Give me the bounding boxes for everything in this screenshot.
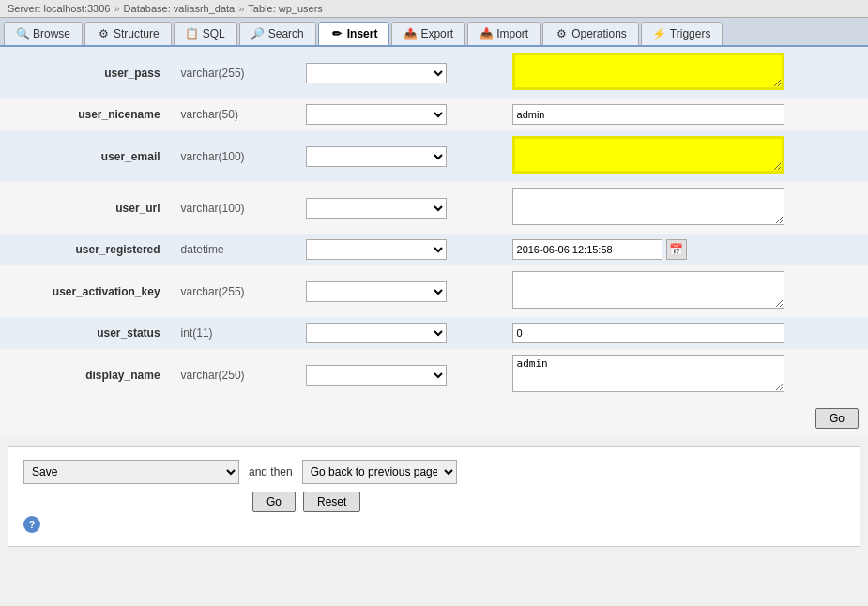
tab-structure[interactable]: ⚙Structure: [84, 22, 172, 45]
title-database: Database: valiasrh_data: [124, 3, 236, 14]
field-value-user_url: [503, 182, 868, 234]
field-value-user_registered: 📅: [503, 234, 868, 265]
calendar-button-user_registered[interactable]: 📅: [666, 239, 687, 260]
field-null-user_pass: [297, 47, 502, 98]
null-select-user_status[interactable]: [306, 323, 447, 343]
sql-tab-icon: 📋: [186, 27, 199, 40]
tab-export[interactable]: 📤Export: [391, 22, 465, 45]
help-icon[interactable]: ?: [23, 516, 40, 533]
export-tab-label: Export: [420, 27, 453, 40]
title-arrow1: »: [114, 3, 119, 14]
field-null-user_nicename: [297, 98, 502, 130]
field-value-user_activation_key: [503, 265, 868, 317]
save-select[interactable]: SaveSave and staySave and add another: [23, 460, 239, 484]
field-name-user_url: user_url: [0, 182, 172, 234]
bottom-panel: SaveSave and staySave and add another an…: [8, 446, 860, 547]
null-select-user_nicename[interactable]: [306, 104, 447, 125]
field-value-user_status: [503, 317, 868, 349]
and-then-label: and then: [249, 465, 293, 478]
field-type-user_pass: varchar(255): [172, 47, 297, 98]
tab-browse[interactable]: 🔍Browse: [4, 22, 83, 45]
field-null-user_activation_key: [297, 265, 502, 317]
go-row: Go: [0, 401, 868, 436]
title-bar: Server: localhost:3306 » Database: valia…: [0, 0, 868, 18]
input-user_status[interactable]: [512, 323, 784, 343]
title-server: Server: localhost:3306: [8, 3, 110, 14]
field-name-user_pass: user_pass: [0, 47, 172, 98]
field-type-user_email: varchar(100): [172, 130, 297, 182]
null-select-user_email[interactable]: [306, 146, 447, 167]
field-type-user_url: varchar(100): [172, 182, 297, 234]
tab-search[interactable]: 🔎Search: [239, 22, 316, 45]
structure-tab-icon: ⚙: [97, 27, 110, 40]
tab-insert[interactable]: ✏Insert: [318, 22, 390, 45]
browse-tab-icon: 🔍: [16, 27, 29, 40]
null-select-user_pass[interactable]: [306, 63, 447, 83]
field-name-display_name: display_name: [0, 349, 172, 401]
bottom-buttons: Go Reset: [252, 492, 845, 512]
field-value-user_nicename: [503, 98, 868, 130]
bottom-row-save: SaveSave and staySave and add another an…: [23, 460, 845, 484]
input-user_nicename[interactable]: [512, 104, 784, 125]
insert-tab-label: Insert: [347, 27, 378, 40]
textarea-user_email[interactable]: [512, 136, 784, 174]
null-select-user_registered[interactable]: [306, 239, 447, 260]
sql-tab-label: SQL: [203, 27, 225, 40]
go-button-bottom[interactable]: Go: [815, 408, 859, 429]
tab-sql[interactable]: 📋SQL: [174, 22, 237, 45]
textarea-user_pass[interactable]: [512, 53, 784, 90]
field-type-user_activation_key: varchar(255): [172, 265, 297, 317]
field-null-user_url: [297, 182, 502, 234]
insert-tab-icon: ✏: [330, 27, 343, 40]
field-type-user_registered: datetime: [172, 234, 297, 265]
main-content: user_passvarchar(255)user_nicenamevarcha…: [0, 47, 868, 436]
field-name-user_activation_key: user_activation_key: [0, 265, 172, 317]
null-select-user_activation_key[interactable]: [306, 281, 447, 302]
field-value-user_pass: [503, 47, 868, 98]
after-action-select[interactable]: Go back to previous pageStay on current …: [302, 460, 457, 484]
field-name-user_registered: user_registered: [0, 234, 172, 265]
datetime-input-user_registered[interactable]: [512, 239, 662, 260]
field-type-display_name: varchar(250): [172, 349, 297, 401]
field-type-user_nicename: varchar(50): [172, 98, 297, 130]
export-tab-icon: 📤: [404, 27, 417, 40]
structure-tab-label: Structure: [114, 27, 160, 40]
field-name-user_nicename: user_nicename: [0, 98, 172, 130]
title-table: Table: wp_users: [248, 3, 323, 14]
search-tab-label: Search: [268, 27, 304, 40]
go-action-button[interactable]: Go: [252, 492, 296, 512]
tab-import[interactable]: 📥Import: [467, 22, 541, 45]
field-value-display_name: admin: [503, 349, 868, 401]
title-arrow2: »: [238, 3, 244, 14]
null-select-display_name[interactable]: [306, 365, 447, 386]
browse-tab-label: Browse: [33, 27, 70, 40]
tab-triggers[interactable]: ⚡Triggers: [641, 22, 723, 45]
tab-operations[interactable]: ⚙Operations: [542, 22, 639, 45]
tab-bar: 🔍Browse⚙Structure📋SQL🔎Search✏Insert📤Expo…: [0, 18, 868, 47]
triggers-tab-icon: ⚡: [653, 27, 666, 40]
import-tab-label: Import: [496, 27, 528, 40]
textarea-user_activation_key[interactable]: [512, 271, 784, 309]
reset-action-button[interactable]: Reset: [303, 492, 360, 512]
import-tab-icon: 📥: [480, 27, 493, 40]
operations-tab-icon: ⚙: [555, 27, 568, 40]
textarea-display_name[interactable]: admin: [512, 355, 784, 392]
insert-table: user_passvarchar(255)user_nicenamevarcha…: [0, 47, 868, 401]
field-value-user_email: [503, 130, 868, 182]
field-null-user_email: [297, 130, 502, 182]
field-name-user_email: user_email: [0, 130, 172, 182]
operations-tab-label: Operations: [571, 27, 627, 40]
field-null-user_status: [297, 317, 502, 349]
null-select-user_url[interactable]: [306, 198, 447, 219]
search-tab-icon: 🔎: [251, 27, 265, 40]
field-null-display_name: [297, 349, 502, 401]
field-null-user_registered: [297, 234, 502, 265]
triggers-tab-label: Triggers: [670, 27, 711, 40]
textarea-user_url[interactable]: [512, 188, 784, 225]
field-type-user_status: int(11): [172, 317, 297, 349]
field-name-user_status: user_status: [0, 317, 172, 349]
